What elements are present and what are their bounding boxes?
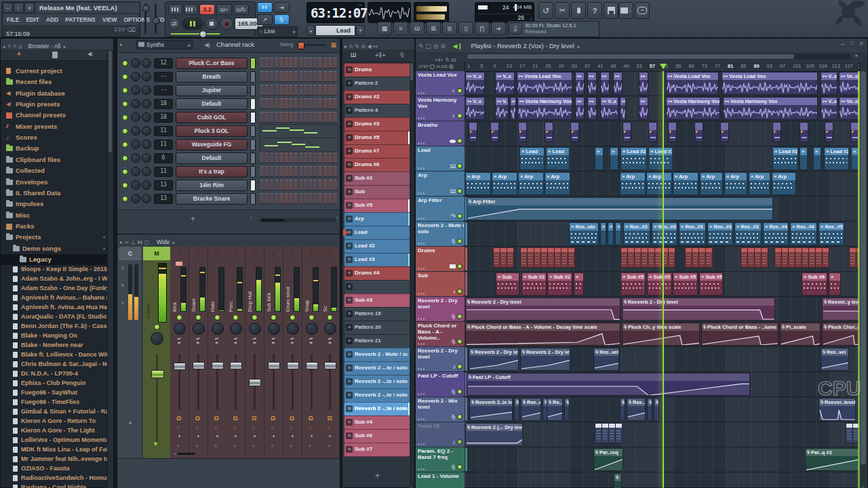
track-header-arp-filter[interactable]: Arp Filter↷ — [416, 197, 465, 221]
strip-pan-knob[interactable] — [249, 323, 261, 335]
link-tool-icon[interactable]: % — [274, 14, 290, 25]
track-led[interactable] — [457, 163, 462, 169]
step-cell[interactable] — [275, 112, 279, 123]
clip-v-x[interactable]: ↦ V..x — [600, 97, 618, 120]
channel-keyboard-strip[interactable] — [250, 85, 256, 96]
clip-pluck-chor-cay-time-scale[interactable]: Pluck Chor..cay time scale% — [822, 323, 860, 346]
clip-small[interactable] — [623, 122, 631, 142]
clip-lead-3[interactable]: ≡ Lead #3 — [648, 147, 673, 170]
slide-tool-icon[interactable]: ↗ — [257, 14, 273, 25]
mixer-strip-kick[interactable]: 1Kick▴▾◂▸Ω○∧ — [170, 247, 189, 458]
track-header-reeverb-2-mix-level[interactable]: Reeverb 2 - Mix level% — [416, 397, 465, 422]
clip-small[interactable]: ↦ — [639, 97, 648, 120]
browser-item-impulses[interactable]: Impulses — [1, 199, 109, 209]
clip-sub-2[interactable]: ≡ Sub #2 — [547, 272, 572, 296]
channel-volume-knob[interactable] — [142, 85, 151, 95]
clip-lead-2[interactable]: ≡ Lead #2 — [620, 147, 647, 170]
strip-led[interactable] — [176, 314, 182, 321]
clip-sub-6[interactable]: ≡ Sub #6 — [802, 272, 827, 296]
browser-file-item[interactable]: Gimbal & Sinan + Futorial - RawFL — [1, 407, 109, 417]
pattern-tools-icons[interactable]: ▸ ∩ ✎ ⊘ ◀ ↔ — [342, 43, 378, 49]
mixer-hscroll[interactable]: ‹ — [174, 451, 195, 457]
channel-target-display[interactable]: 6 — [154, 153, 173, 163]
pattern-item-lead-3[interactable]: ≡Lead #3 — [344, 253, 411, 267]
step-cell[interactable] — [279, 180, 283, 190]
track-led[interactable] — [457, 464, 462, 470]
step-cell[interactable] — [275, 58, 279, 68]
close-button[interactable]: × — [24, 3, 35, 13]
step-cell[interactable] — [294, 166, 298, 177]
browser-item-il-shared-data[interactable]: IL Shared Data — [1, 188, 109, 199]
step-cell[interactable] — [269, 112, 273, 123]
step-cell[interactable] — [299, 166, 303, 177]
menu-file[interactable]: FILE — [3, 16, 22, 23]
channel-target-display[interactable]: 13 — [154, 180, 173, 190]
clip-ree-3[interactable]: ≡ Ree..#3 — [652, 222, 677, 245]
playlist-minimize-icon[interactable]: – — [840, 40, 844, 47]
pattern-mode-button[interactable]: ⅡⅡ — [257, 2, 273, 13]
strip-link-icon[interactable]: ∧ — [271, 443, 274, 449]
strip-fx-icon[interactable]: Ω — [176, 415, 181, 422]
toggle-plugin-picker-icon[interactable]: ∏ — [475, 22, 490, 35]
clip-v-x[interactable]: ↦ V..x — [821, 97, 837, 120]
step-cell[interactable] — [304, 166, 308, 177]
step-cell[interactable] — [318, 193, 322, 204]
step-cell[interactable] — [309, 112, 313, 123]
pattern-item-drums[interactable]: ≡Drums — [344, 63, 411, 77]
channel-piano-roll-preview[interactable] — [260, 124, 338, 139]
step-cell[interactable] — [333, 85, 337, 96]
step-cell[interactable] — [264, 98, 269, 109]
clip-arp-filter[interactable]: Arp Filter% — [467, 197, 773, 220]
channel-pan-knob[interactable] — [131, 126, 140, 136]
trash-icon[interactable]: ⌫ — [127, 26, 136, 33]
playlist-play-icon[interactable]: ◀❙ — [448, 43, 462, 49]
step-cell[interactable] — [264, 193, 269, 204]
clip-pl-scale[interactable]: Pl..scale% — [780, 323, 821, 346]
track-led[interactable] — [457, 439, 462, 445]
pattern-item-reeverb-2-te-solo-4[interactable]: ≡Reeverb 2 -..te / solo #4 — [344, 361, 411, 375]
track-header-sub[interactable]: Sub♪ — [416, 272, 465, 296]
clip-v-x[interactable]: ↦ V..x — [495, 97, 509, 120]
rack-grid-icon[interactable]: ▦ — [330, 41, 336, 48]
track-header-reeverb-2-dry-level[interactable]: Reeverb 2 - Dry level♪ — [416, 347, 465, 371]
browser-file-item[interactable]: Agnivesh ft Avinas..- Bahane Bana Kar — [1, 293, 109, 303]
playlist-vscrollbar[interactable]: ⌄ — [859, 62, 867, 488]
track-header-veela-harmony-vox[interactable]: Veela Harmony Vox♀ — [416, 96, 465, 121]
clip-small[interactable]: ≡ — [608, 222, 614, 245]
step-cell[interactable] — [304, 180, 308, 190]
browser-file-item[interactable]: Chris Bulman & Sar..Jagai - No Escape — [1, 360, 109, 369]
track-led[interactable] — [457, 239, 462, 244]
channel-group-selector[interactable]: Synths▸ — [136, 40, 193, 49]
mixer-strip-hats[interactable]: 3Hats▴▾◂▸Ω○∧ — [208, 247, 227, 458]
step-cell[interactable] — [323, 166, 328, 177]
step-cell[interactable] — [269, 193, 273, 204]
step-cell[interactable] — [333, 71, 337, 82]
strip-pan-knob[interactable] — [212, 323, 224, 335]
clip-small[interactable] — [518, 122, 527, 142]
clip-v-x[interactable]: ↦ V..x — [465, 72, 485, 95]
clip-arp[interactable]: ≡ Arp — [700, 172, 723, 195]
step-cell[interactable] — [284, 98, 288, 109]
strip-fader-handle[interactable] — [212, 362, 224, 369]
clip-ve-ox[interactable]: ↦ Ve..ox — [839, 72, 860, 95]
step-cell[interactable] — [318, 152, 322, 163]
browser-file-item[interactable]: Kieron A Gore - The Light — [1, 426, 109, 436]
step-cell[interactable] — [260, 58, 264, 68]
channel-enable-led[interactable] — [122, 74, 128, 80]
strip-led[interactable] — [327, 314, 333, 321]
pattern-item-reeverb-2-te-solo-3[interactable]: ≡Reeverb 2 -..te / solo #3 — [344, 402, 411, 416]
clip-pluck-chord-or-bass-lume-decay-time-scale[interactable]: Pluck Chord or Bass - ..lume - Decay tim… — [701, 323, 778, 346]
mixer-strip-sub-kick[interactable]: 6Sub kick▴▾◂▸Ω○∧ — [264, 247, 283, 458]
channel-pan-knob[interactable] — [131, 153, 140, 163]
browser-file-item[interactable]: 9loops - Keep It Simple - 2015 — [1, 265, 109, 274]
channel-target-display[interactable]: -- — [154, 85, 173, 96]
pattern-item-sub-7[interactable]: ≡Sub #7 — [344, 443, 411, 457]
wait-icon[interactable]: ◔ — [184, 4, 198, 15]
pattern-item-pattern-21[interactable]: ≡Pattern 21 — [344, 334, 411, 348]
step-cell[interactable] — [313, 180, 317, 190]
step-cell[interactable] — [284, 180, 288, 190]
track-header-breathe[interactable]: Breathe — [416, 121, 465, 146]
step-cell[interactable] — [328, 166, 332, 177]
clip-reeverb-2-dry-level[interactable]: Reeverb 2 - Dry level% — [465, 298, 620, 321]
clip-small[interactable]: ↦ — [600, 72, 610, 95]
